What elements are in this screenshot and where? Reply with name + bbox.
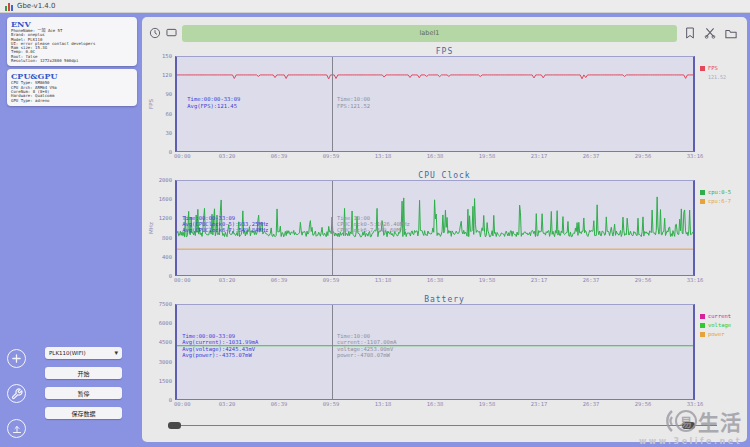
tooltip-line: power:-4708.07mW xyxy=(337,352,397,358)
open-folder-button[interactable] xyxy=(725,28,737,39)
x-tick-label: 29:56 xyxy=(635,277,652,283)
upload-button[interactable] xyxy=(7,419,26,438)
plot-area[interactable]: Time:00:00-33:09Avg(CPUClock0-5):933.25M… xyxy=(175,180,695,276)
tools-button[interactable] xyxy=(7,384,26,403)
scissors-icon xyxy=(704,27,716,39)
crosshair-tooltip: Time:10:00FPS:121.52 xyxy=(337,96,370,108)
series-plot xyxy=(177,57,693,151)
x-tick-label: 09:59 xyxy=(323,153,340,159)
tooltip-line: FPS:121.52 xyxy=(337,103,370,109)
env-card: ENV PhoneName: 一加 Ace 5TBrand: oneplusMo… xyxy=(7,17,137,66)
y-axis-label xyxy=(148,304,157,400)
titlebar: Gbe-v1.4.0 xyxy=(0,0,750,13)
x-axis-ticks: 00:0003:2006:3909:5913:1816:3819:5823:17… xyxy=(175,276,695,285)
x-tick-label: 19:58 xyxy=(479,401,496,407)
y-tick-label: 800 xyxy=(162,235,172,241)
x-tick-label: 06:39 xyxy=(271,277,288,283)
series-line-FPS xyxy=(177,75,693,79)
x-tick-label: 19:58 xyxy=(479,153,496,159)
annotation-line: Avg(voltage):4245.43mV xyxy=(182,346,258,352)
plot-area[interactable]: Time:00:00-33:09Avg(current):-1031.99mAA… xyxy=(175,304,695,400)
crosshair-tooltip: Time:10:00CPUClock0-5:1026.40MHzCPUClock… xyxy=(337,215,410,234)
save-data-button[interactable]: 保存数据 xyxy=(45,407,122,419)
x-tick-label: 19:58 xyxy=(479,277,496,283)
legend-swatch-icon xyxy=(700,323,705,328)
x-tick-label: 03:20 xyxy=(219,153,236,159)
record-button[interactable] xyxy=(149,27,161,39)
crosshair-line xyxy=(332,305,333,399)
bookmark-save-button[interactable] xyxy=(685,27,695,39)
battery-chart: Battery015003000450060007500Time:00:00-3… xyxy=(148,293,741,417)
y-tick-label: 1200 xyxy=(159,215,172,221)
x-tick-label: 33:16 xyxy=(687,401,704,407)
avg-annotation: Time:00:00-33:09Avg(current):-1031.99mAA… xyxy=(182,333,258,358)
legend-item[interactable]: FPS xyxy=(700,65,741,71)
main-panel: label1 xyxy=(142,17,747,442)
tooltip-line: Time:10:00 xyxy=(337,96,370,102)
tooltip-line: current:-1107.00mA xyxy=(337,339,397,345)
y-tick-label: 3000 xyxy=(159,359,172,365)
add-device-button[interactable] xyxy=(7,349,26,368)
pause-button[interactable]: 暂停 xyxy=(45,387,122,399)
legend-item[interactable]: voltage xyxy=(700,322,741,328)
chart-title: CPU Clock xyxy=(148,169,741,180)
x-tick-label: 13:18 xyxy=(375,153,392,159)
x-tick-label: 13:18 xyxy=(375,277,392,283)
fps-chart: FPSFPS0306090120150Time:00:00-33:09Avg(F… xyxy=(148,45,741,169)
y-tick-label: 6000 xyxy=(159,320,172,326)
legend-swatch-icon xyxy=(700,66,705,71)
cut-button[interactable] xyxy=(704,27,716,39)
chart-body: FPS0306090120150Time:00:00-33:09Avg(FPS)… xyxy=(148,56,741,152)
x-tick-label: 03:20 xyxy=(219,277,236,283)
legend-swatch-icon xyxy=(700,332,705,337)
screen-button[interactable] xyxy=(166,28,177,38)
x-tick-label: 26:37 xyxy=(583,153,600,159)
y-tick-label: 7500 xyxy=(159,301,172,307)
cloud-upload-icon xyxy=(11,423,23,435)
x-tick-label: 00:00 xyxy=(174,401,191,407)
x-tick-label: 09:59 xyxy=(323,277,340,283)
x-tick-label: 16:38 xyxy=(427,153,444,159)
x-tick-label: 23:17 xyxy=(531,401,548,407)
legend-label: cpu:0-5 xyxy=(708,189,731,195)
annotation-line: Avg(current):-1031.99mA xyxy=(182,339,258,345)
y-tick-label: 2000 xyxy=(159,177,172,183)
y-tick-label: 0 xyxy=(169,397,172,403)
record-icon xyxy=(149,27,161,39)
slider-handle-left[interactable] xyxy=(168,422,181,429)
slider-handle-right[interactable] xyxy=(682,422,695,429)
y-axis-ticks: 0306090120150 xyxy=(157,56,175,152)
x-tick-label: 29:56 xyxy=(635,153,652,159)
legend-item[interactable]: cpu:6-7 xyxy=(700,198,741,204)
time-range-slider[interactable] xyxy=(168,419,717,432)
slider-track[interactable] xyxy=(168,425,717,426)
plot-area[interactable]: Time:00:00-33:09Avg(FPS):121.45Time:10:0… xyxy=(175,56,695,152)
legend: cpu:0-5cpu:6-7 xyxy=(695,180,741,276)
tooltip-line: voltage:4253.00mV xyxy=(337,346,397,352)
cpugpu-line: GPU Type: adreno xyxy=(11,99,133,103)
y-axis-ticks: 0400800120016002000 xyxy=(157,180,175,276)
session-label-bar[interactable]: label1 xyxy=(182,25,677,42)
chart-body: MHz0400800120016002000Time:00:00-33:09Av… xyxy=(148,180,741,276)
legend: FPS121.52 xyxy=(695,56,741,152)
toolbar: label1 xyxy=(148,21,741,45)
x-tick-label: 16:38 xyxy=(427,277,444,283)
y-tick-label: 4500 xyxy=(159,339,172,345)
y-tick-label: 90 xyxy=(165,91,172,97)
device-select[interactable]: PLK110(WIFI) ▾ xyxy=(45,347,122,359)
start-button[interactable]: 开始 xyxy=(45,367,122,379)
chevron-down-icon: ▾ xyxy=(114,351,118,356)
y-tick-label: 120 xyxy=(162,72,172,78)
legend-item[interactable]: cpu:0-5 xyxy=(700,189,741,195)
folder-open-icon xyxy=(725,28,737,39)
x-tick-label: 06:39 xyxy=(271,153,288,159)
avg-annotation: Time:00:00-33:09Avg(FPS):121.45 xyxy=(187,96,240,108)
sidebar: ENV PhoneName: 一加 Ace 5TBrand: oneplusMo… xyxy=(0,13,141,447)
legend-value: 121.52 xyxy=(708,74,741,80)
legend-item[interactable]: power xyxy=(700,331,741,337)
legend-item[interactable]: current xyxy=(700,313,741,319)
x-axis-ticks: 00:0003:2006:3909:5913:1816:3819:5823:17… xyxy=(175,400,695,409)
x-tick-label: 23:17 xyxy=(531,277,548,283)
y-tick-label: 30 xyxy=(165,130,172,136)
legend-label: current xyxy=(708,313,731,319)
